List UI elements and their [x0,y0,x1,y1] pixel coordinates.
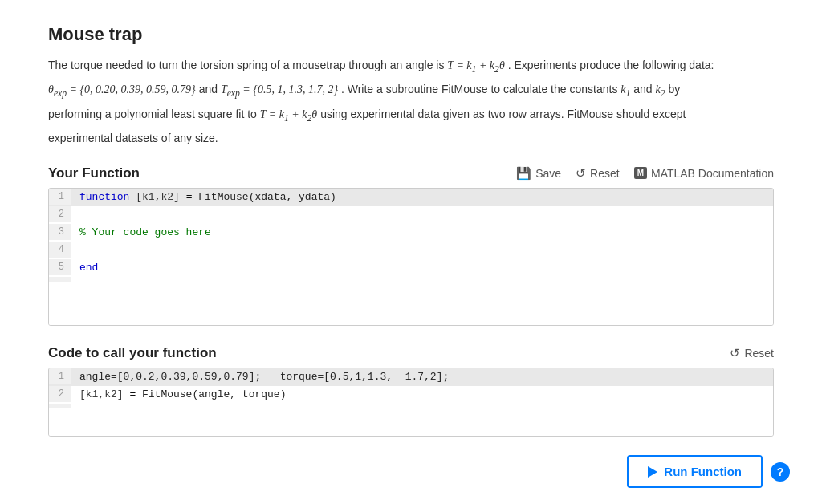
desc-para4: experimental datasets of any size. [48,129,774,147]
line-num-1: 1 [49,189,71,205]
desc-t-exp: Texp = {0.5, 1, 1.3, 1.7, 2} [221,83,338,96]
line-content-2 [71,206,773,211]
your-function-title: Your Function [48,165,140,181]
desc-text4: performing a polynomial least square fit… [48,108,260,120]
call-section-actions: ↺ Reset [730,346,774,360]
desc-and2: and [633,83,655,96]
line-num-2: 2 [49,206,71,222]
line-content-empty [71,277,773,282]
line-num-4: 4 [49,242,71,258]
desc-and: and [199,83,221,96]
reset-icon: ↺ [576,166,586,181]
code-to-call-section: Code to call your function ↺ Reset 1 ang… [48,345,774,437]
line-num-empty [49,277,71,282]
desc-para1: The torque needed to turn the torsion sp… [48,56,774,77]
call-reset-label: Reset [744,347,774,360]
page-title: Mouse trap [48,24,774,45]
save-label: Save [535,167,561,180]
code-editor-empty-space [49,277,773,325]
play-icon [648,466,657,478]
reset-button[interactable]: ↺ Reset [576,166,620,181]
save-button[interactable]: 💾 Save [516,166,561,181]
run-function-label: Run Function [664,465,742,478]
your-function-section-header: Your Function 💾 Save ↺ Reset M MATLAB Do… [48,165,774,181]
reset-label: Reset [590,167,620,180]
function-code-editor[interactable]: 1 function [k1,k2] = FitMouse(xdata, yda… [48,188,774,326]
code-line-5: 5 end [49,259,773,277]
run-function-row: Run Function ? [627,455,790,488]
matlab-icon: M [634,167,647,179]
call-code-line-2: 2 [k1,k2] = FitMouse(angle, torque) [49,386,773,404]
desc-text1: The torque needed to turn the torsion sp… [48,59,447,71]
help-label: ? [777,465,784,478]
desc-k1: k1 [621,83,630,96]
desc-math3: T = k1 + k2θ [260,108,317,120]
call-editor-empty [49,404,773,436]
code-line-3: 3 % Your code goes here [49,224,773,242]
call-line-num-1: 1 [49,368,71,384]
desc-math1: T = k1 + k2θ [447,59,504,71]
desc-text6: experimental datasets of any size. [48,132,218,144]
call-line-num-2: 2 [49,386,71,402]
code-line-2: 2 [49,206,773,224]
page-container: Mouse trap The torque needed to turn the… [0,0,822,504]
run-function-button[interactable]: Run Function [627,455,763,488]
description: The torque needed to turn the torsion sp… [48,56,774,148]
desc-text1-end: . Experiments produce the following data… [508,59,714,71]
matlab-doc-label: MATLAB Documentation [651,167,774,180]
call-code-editor[interactable]: 1 angle=[0,0.2,0.39,0.59,0.79]; torque=[… [48,368,774,437]
code-to-call-title: Code to call your function [48,345,217,361]
matlab-documentation-button[interactable]: M MATLAB Documentation [634,167,774,180]
call-reset-icon: ↺ [730,346,740,360]
code-line-4: 4 [49,242,773,259]
line-num-3: 3 [49,224,71,240]
code-to-call-header: Code to call your function ↺ Reset [48,345,774,361]
line-content-5: end [71,259,773,276]
section-actions: 💾 Save ↺ Reset M MATLAB Documentation [516,166,774,181]
code-line-1: 1 function [k1,k2] = FitMouse(xdata, yda… [49,189,773,206]
call-line-content-2: [k1,k2] = FitMouse(angle, torque) [71,386,773,403]
call-line-content-1: angle=[0,0.2,0.39,0.59,0.79]; torque=[0.… [71,368,773,385]
help-button[interactable]: ? [771,462,790,482]
desc-text3: by [668,83,680,96]
desc-text5: using experimental data given as two row… [320,108,686,120]
save-icon: 💾 [516,166,531,181]
call-reset-button[interactable]: ↺ Reset [730,346,774,360]
line-num-5: 5 [49,259,71,275]
line-content-3: % Your code goes here [71,224,773,241]
desc-theta-exp: θexp = {0, 0.20, 0.39, 0.59, 0.79} [48,83,196,96]
line-content-4 [71,242,773,246]
desc-k2: k2 [655,83,665,96]
desc-text2: . Write a subroutine FitMouse to calcula… [341,83,621,96]
call-code-line-1: 1 angle=[0,0.2,0.39,0.59,0.79]; torque=[… [49,368,773,386]
line-content-1: function [k1,k2] = FitMouse(xdata, ydata… [71,189,773,205]
desc-para3: performing a polynomial least square fit… [48,105,774,126]
desc-para2: θexp = {0, 0.20, 0.39, 0.59, 0.79} and T… [48,80,774,101]
